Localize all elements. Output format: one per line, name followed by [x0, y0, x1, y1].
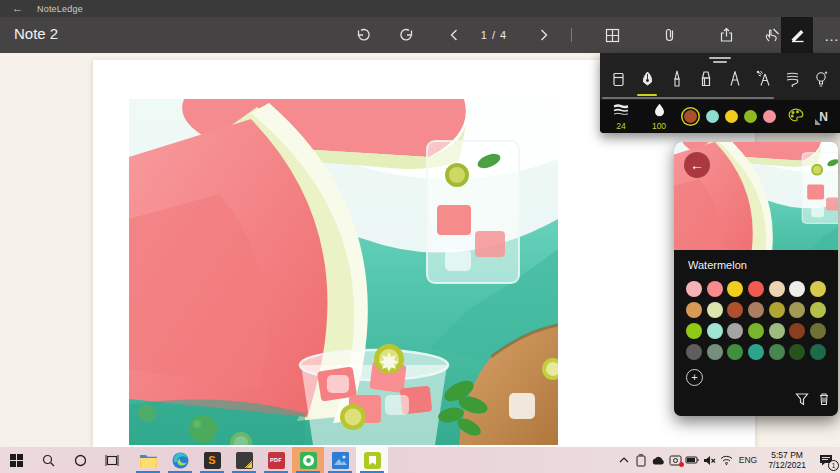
- trash-icon[interactable]: [818, 392, 830, 410]
- palette-color-swatch[interactable]: [789, 323, 805, 339]
- noteledge-icon: [364, 452, 381, 469]
- note-toolbar: Note 2 1 / 4 …: [0, 17, 840, 53]
- pencil-tool-icon[interactable]: [722, 66, 748, 92]
- onedrive-icon[interactable]: [650, 447, 667, 473]
- taskbar-app-file-explorer[interactable]: [132, 447, 164, 473]
- pdf-label: PDF: [270, 457, 282, 463]
- attachment-button[interactable]: [653, 17, 685, 53]
- palette-color-swatch[interactable]: [707, 344, 723, 360]
- palette-back-button[interactable]: ←: [684, 152, 710, 178]
- filter-icon[interactable]: [795, 392, 809, 410]
- palette-color-swatch[interactable]: [769, 281, 785, 297]
- more-options-button[interactable]: …: [816, 17, 840, 53]
- palette-color-swatch[interactable]: [748, 323, 764, 339]
- task-view-button[interactable]: [96, 447, 128, 473]
- add-color-button[interactable]: +: [686, 369, 703, 386]
- pen-color-swatch[interactable]: [744, 110, 757, 123]
- battery-icon[interactable]: [684, 447, 701, 473]
- attachment-icon: [663, 27, 676, 43]
- next-page-button[interactable]: [528, 17, 560, 53]
- taskbar-app-green[interactable]: [292, 447, 324, 473]
- hand-pen-icon: [763, 27, 780, 43]
- palette-color-swatch[interactable]: [769, 323, 785, 339]
- cortana-button[interactable]: [64, 447, 96, 473]
- taskbar-app-noteledge[interactable]: [356, 447, 388, 473]
- pen-tool-button[interactable]: [781, 17, 813, 53]
- scribble-tool-icon[interactable]: [780, 66, 806, 92]
- pen-color-swatch-selected[interactable]: [684, 110, 697, 123]
- palette-color-swatch[interactable]: [727, 302, 743, 318]
- pen-color-swatch[interactable]: [763, 110, 776, 123]
- palette-color-swatch[interactable]: [748, 344, 764, 360]
- pdf-icon: PDF: [268, 452, 285, 469]
- opacity-value: 100: [652, 121, 666, 131]
- palette-color-swatch[interactable]: [686, 344, 702, 360]
- palette-color-swatch[interactable]: [789, 281, 805, 297]
- color-palette-panel: ← Watermelon +: [674, 142, 838, 416]
- palette-color-swatch[interactable]: [748, 302, 764, 318]
- snip-tool-icon[interactable]: [667, 447, 684, 473]
- back-arrow-icon[interactable]: ←: [12, 3, 23, 14]
- palette-color-swatch[interactable]: [686, 323, 702, 339]
- marker-tool-icon[interactable]: [693, 66, 719, 92]
- action-center-button[interactable]: 1: [812, 447, 840, 473]
- palette-color-swatch[interactable]: [810, 302, 826, 318]
- color-palette-icon[interactable]: [788, 108, 804, 126]
- palette-color-swatch[interactable]: [789, 344, 805, 360]
- taskbar-app-edge[interactable]: [164, 447, 196, 473]
- taskbar-app-sticky-notes[interactable]: [228, 447, 260, 473]
- fineliner-tool-icon[interactable]: [664, 66, 690, 92]
- layout-grid-button[interactable]: [596, 17, 628, 53]
- pen-color-swatch[interactable]: [725, 110, 738, 123]
- your-phone-icon[interactable]: [633, 447, 650, 473]
- stroke-size-control[interactable]: 24: [604, 102, 638, 131]
- palette-color-swatch[interactable]: [707, 323, 723, 339]
- app-title: NoteLedge: [37, 4, 83, 14]
- palette-color-swatch[interactable]: [727, 323, 743, 339]
- language-indicator[interactable]: ENG: [739, 455, 757, 465]
- taskbar-app-pdf[interactable]: PDF: [260, 447, 292, 473]
- redo-button[interactable]: [392, 17, 424, 53]
- sticky-notes-icon: [236, 452, 253, 469]
- palette-color-swatch[interactable]: [707, 302, 723, 318]
- lightbulb-tool-icon[interactable]: [809, 66, 835, 92]
- start-button[interactable]: [0, 447, 32, 473]
- palette-color-swatch[interactable]: [769, 302, 785, 318]
- airbrush-tool-icon[interactable]: [751, 66, 777, 92]
- tray-chevron-up[interactable]: [616, 447, 633, 473]
- tool-scrollbar[interactable]: [602, 97, 774, 99]
- palette-color-swatch[interactable]: [748, 281, 764, 297]
- volume-muted-icon[interactable]: [701, 447, 718, 473]
- wifi-icon[interactable]: [718, 447, 735, 473]
- palette-header-photo: ←: [674, 142, 838, 250]
- clock[interactable]: 5:57 PM 7/12/2021: [768, 450, 806, 470]
- palette-color-swatch[interactable]: [727, 344, 743, 360]
- no-fill-pattern-icon[interactable]: N: [816, 109, 831, 124]
- time: 5:57 PM: [768, 450, 806, 460]
- pen-swatches: [684, 110, 776, 123]
- pen-color-swatch[interactable]: [706, 110, 719, 123]
- palette-color-swatch[interactable]: [810, 281, 826, 297]
- task-view-icon: [105, 454, 119, 467]
- chevron-right-icon: [538, 28, 550, 42]
- ellipsis-icon: …: [824, 27, 840, 44]
- opacity-control[interactable]: 100: [642, 102, 676, 131]
- noteledge-window: ← NoteLedge Note 2 1 / 4: [0, 0, 840, 473]
- palette-color-swatch[interactable]: [769, 344, 785, 360]
- taskbar-app-photos[interactable]: [324, 447, 356, 473]
- palette-color-swatch[interactable]: [707, 281, 723, 297]
- taskbar-app-sublime[interactable]: S: [196, 447, 228, 473]
- pen-icon: [789, 27, 806, 43]
- share-button[interactable]: [710, 17, 742, 53]
- palette-color-swatch[interactable]: [686, 302, 702, 318]
- undo-button[interactable]: [346, 17, 378, 53]
- palette-color-swatch[interactable]: [810, 323, 826, 339]
- palette-color-swatch[interactable]: [686, 281, 702, 297]
- palette-color-swatch[interactable]: [789, 302, 805, 318]
- eraser-tool-icon[interactable]: [606, 66, 632, 92]
- fountain-pen-tool-icon[interactable]: [635, 66, 661, 92]
- palette-color-swatch[interactable]: [810, 344, 826, 360]
- palette-color-swatch[interactable]: [727, 281, 743, 297]
- stroke-size-value: 24: [616, 121, 625, 131]
- search-button[interactable]: [32, 447, 64, 473]
